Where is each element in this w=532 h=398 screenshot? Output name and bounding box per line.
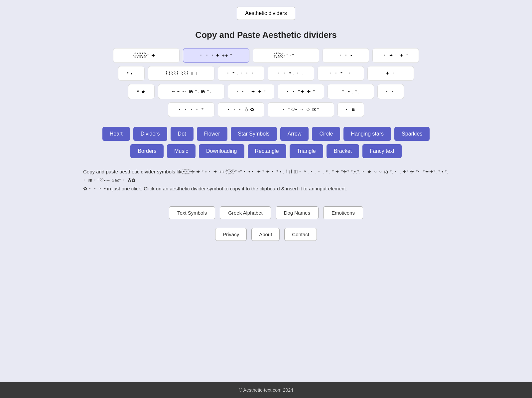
divider-card[interactable]: ⠂ °♡• → ☆ ✉° bbox=[268, 102, 334, 117]
description-section: Copy and paste aesthetic divider symbols… bbox=[83, 167, 449, 193]
cat-btn-bracket[interactable]: Bracket bbox=[327, 144, 359, 158]
link-btn-greek-alphabet[interactable]: Greek Alphabet bbox=[220, 206, 271, 219]
cat-btn-star-symbols[interactable]: Star Symbols bbox=[231, 127, 277, 141]
top-button[interactable]: Aesthetic dividers bbox=[237, 7, 295, 20]
link-btn-emoticons[interactable]: Emoticons bbox=[323, 206, 363, 219]
divider-card[interactable]: ⠂ ≋ bbox=[337, 102, 364, 117]
top-bar: Aesthetic dividers bbox=[0, 0, 532, 23]
grid-row-1: ꙰ ꙰ ꙰ ꙰ ꙰꙰꙰ ꙰꙰꙰ ° ✦ ⠂ ⠂ ⠂✦ ++ ° ꙰꙰꙰꙰꙰ ꙰꙰… bbox=[66, 48, 466, 63]
description-text: Copy and paste aesthetic divider symbols… bbox=[83, 169, 448, 191]
divider-card[interactable]: ꙰ ꙰ ꙰ ꙰ ꙰꙰꙰ ꙰꙰꙰ ° ✦ bbox=[113, 48, 180, 63]
link-btn-text-symbols[interactable]: Text Symbols bbox=[169, 206, 215, 219]
cat-btn-borders[interactable]: Borders bbox=[130, 144, 164, 158]
link-btn-dog-names[interactable]: Dog Names bbox=[276, 206, 319, 219]
cat-btn-circle[interactable]: Circle bbox=[312, 127, 340, 141]
divider-card[interactable]: ～～～ ꙗ °. ꙗ °. bbox=[158, 84, 224, 99]
grid-row-2: * • . ⌇⌇⌇⌇⌇ ⌇⌇⌇ 𓆙 ～ ⠂ * . ⠂ ⠂ ⠂ ⠂ ⠂ * . … bbox=[66, 66, 466, 81]
cat-btn-dot[interactable]: Dot bbox=[171, 127, 194, 141]
cat-btn-rectangle[interactable]: Rectangle bbox=[248, 144, 286, 158]
divider-card[interactable]: ⠂ ⠂ bbox=[377, 84, 404, 99]
divider-card[interactable]: * • . bbox=[118, 66, 145, 81]
divider-card[interactable]: ⠂ ⠂ . ✦ ✈ ° bbox=[228, 84, 274, 99]
grid-row-4: ⠂ ⠂ ⠂ ⠂ * ⠂ ⠂ ⠂ ♁ ✿ ⠂ °♡• → ☆ ✉° ⠂ ≋ bbox=[66, 102, 466, 117]
cat-btn-arrow[interactable]: Arrow bbox=[280, 127, 309, 141]
bottom-bar: © Aesthetic-text.com 2024 bbox=[0, 382, 532, 398]
divider-card[interactable]: * ★ bbox=[128, 84, 155, 99]
cat-btn-downloading[interactable]: Downloading bbox=[199, 144, 244, 158]
footer-link-about[interactable]: About bbox=[251, 228, 280, 241]
footer-text: © Aesthetic-text.com 2024 bbox=[239, 387, 293, 393]
divider-card[interactable]: ⠂ ✦ ° ✈ ° bbox=[372, 48, 419, 63]
cat-btn-sparkles[interactable]: Sparkles bbox=[394, 127, 430, 141]
footer-link-contact[interactable]: Contact bbox=[284, 228, 317, 241]
divider-card[interactable]: ⌇⌇⌇⌇⌇ ⌇⌇⌇ 𓆙 ～ bbox=[148, 66, 214, 81]
links-section: Text Symbols Greek Alphabet Dog Names Em… bbox=[169, 206, 363, 219]
dividers-grid: ꙰ ꙰ ꙰ ꙰ ꙰꙰꙰ ꙰꙰꙰ ° ✦ ⠂ ⠂ ⠂✦ ++ ° ꙰꙰꙰꙰꙰ ꙰꙰… bbox=[66, 48, 466, 117]
divider-card[interactable]: ⠂ ⠂ * ° ⠂ bbox=[318, 66, 364, 81]
cat-btn-triangle[interactable]: Triangle bbox=[290, 144, 323, 158]
divider-card[interactable]: ⠂ ⠂ ⠂ ⠂ * bbox=[168, 102, 214, 117]
grid-row-3: * ★ ～～～ ꙗ °. ꙗ °. ⠂ ⠂ . ✦ ✈ ° ⠂ ⠂ °✦ ✈ °… bbox=[66, 84, 466, 99]
divider-card[interactable]: ꙰꙰꙰꙰꙰ ꙰꙰♡꙰ ° ◦° bbox=[253, 48, 319, 63]
cat-btn-hanging-stars[interactable]: Hanging stars bbox=[343, 127, 391, 141]
divider-card[interactable]: ⠂ ⠂ • bbox=[323, 48, 369, 63]
categories-section: Heart Dividers Dot Flower Star Symbols A… bbox=[83, 127, 449, 158]
main-title: Copy and Paste Aesthetic dividers bbox=[195, 30, 336, 40]
cat-btn-flower[interactable]: Flower bbox=[197, 127, 227, 141]
divider-card[interactable]: ⠂ ⠂ °✦ ✈ ° bbox=[278, 84, 324, 99]
footer-links: Privacy About Contact bbox=[215, 228, 317, 241]
divider-card[interactable]: ⠂ ⠂ * . ⠂ . bbox=[268, 66, 314, 81]
cat-btn-music[interactable]: Music bbox=[167, 144, 196, 158]
divider-card[interactable]: ✦ ⠂ bbox=[367, 66, 414, 81]
cat-btn-dividers[interactable]: Dividers bbox=[133, 127, 167, 141]
cat-btn-fancy-text[interactable]: Fancy text bbox=[362, 144, 402, 158]
divider-card[interactable]: °. • . °. bbox=[328, 84, 374, 99]
divider-card[interactable]: ⠂ ⠂ ⠂ ♁ ✿ bbox=[218, 102, 264, 117]
divider-card[interactable]: ⠂ ⠂ ⠂✦ ++ ° bbox=[183, 48, 249, 63]
cat-btn-heart[interactable]: Heart bbox=[102, 127, 130, 141]
divider-card[interactable]: ⠂ * . ⠂ ⠂ ⠂ bbox=[218, 66, 264, 81]
footer-link-privacy[interactable]: Privacy bbox=[215, 228, 247, 241]
